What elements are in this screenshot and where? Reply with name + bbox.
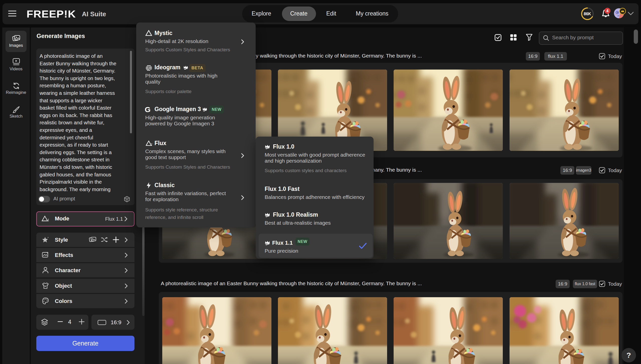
svg-text:4: 4 [606, 9, 609, 13]
svg-text:86K: 86K [584, 12, 591, 16]
